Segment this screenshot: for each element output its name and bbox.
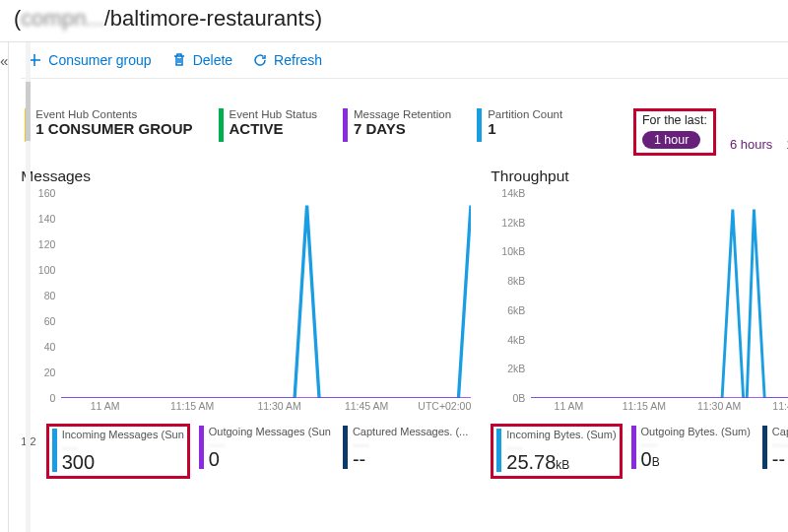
throughput-plot-area[interactable] (531, 193, 788, 398)
metric-captured-messages[interactable]: Captured Messages. (.........-- (340, 424, 471, 473)
throughput-chart: Throughput 14kB 12kB 10kB 8kB 6kB 4kB 2k… (491, 167, 788, 479)
refresh-button[interactable]: Refresh (252, 52, 322, 68)
consumer-group-button[interactable]: Consumer group (27, 52, 151, 68)
collapse-gutter[interactable]: « (0, 42, 9, 532)
throughput-title: Throughput (491, 167, 788, 185)
throughput-xaxis: 11 AM11:15 AM11:30 AM11:45 AMUTC+02:00 (531, 400, 788, 418)
messages-chart: Messages 160 140 120 100 80 60 40 20 0 (21, 167, 471, 479)
messages-xaxis: 11 AM11:15 AM11:30 AM11:45 AMUTC+02:00 (61, 400, 471, 418)
metric-outgoing-messages[interactable]: Outgoing Messages (Sun......0 (196, 424, 334, 473)
stat-partition: Partition Count1 (477, 108, 562, 142)
throughput-yaxis: 14kB 12kB 10kB 8kB 6kB 4kB 2kB 0B (492, 193, 527, 398)
metric-incoming-bytes[interactable]: Incoming Bytes. (Sum)......25.78kB (491, 424, 622, 479)
stat-contents: Event Hub Contents1 CONSUMER GROUP (25, 108, 192, 142)
refresh-icon (252, 52, 268, 68)
chevron-left-double-icon: « (0, 52, 8, 69)
time-range-1h[interactable]: 1 hour (642, 131, 700, 149)
stat-status: Event Hub StatusACTIVE (219, 108, 318, 142)
metric-outgoing-bytes[interactable]: Outgoing Bytes. (Sum)......0B (628, 424, 754, 473)
delete-button[interactable]: Delete (171, 52, 232, 68)
messages-title: Messages (21, 167, 471, 185)
time-range-highlight: For the last: 1 hour (633, 108, 716, 156)
time-range-label: For the last: (642, 113, 707, 127)
toolbar: Consumer group Delete Refresh (21, 42, 788, 79)
messages-plot-area[interactable] (61, 193, 471, 398)
metric-incoming-messages[interactable]: Incoming Messages (Sun......300 (46, 424, 190, 479)
page-title: (compn.../baltimore-restaurants) (0, 0, 788, 35)
stat-retention: Message Retention7 DAYS (343, 108, 451, 142)
metric-captured-bytes[interactable]: Captured Bytes. (Sum)......-- (759, 424, 788, 473)
messages-yaxis: 160 140 120 100 80 60 40 20 0 (22, 193, 57, 398)
time-range-6h[interactable]: 6 hours (730, 137, 772, 156)
trash-icon (171, 52, 187, 68)
